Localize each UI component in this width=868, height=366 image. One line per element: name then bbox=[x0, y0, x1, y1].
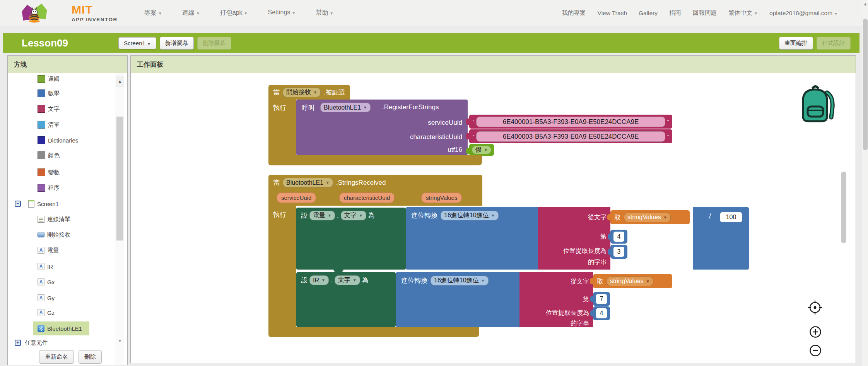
event-block-bottom-bar[interactable] bbox=[268, 155, 482, 165]
variable-dropdown[interactable]: stringValues▼ bbox=[607, 277, 653, 286]
get-string-values-block[interactable]: 取 stringValues▼ bbox=[610, 210, 690, 224]
property-dropdown[interactable]: 文字▼ bbox=[335, 275, 360, 285]
canvas-scrollbar-thumb[interactable] bbox=[841, 172, 846, 243]
param-pill[interactable]: serviceUuid bbox=[277, 192, 316, 203]
division-block-right[interactable]: / 100 bbox=[693, 207, 749, 270]
screen-selector-button[interactable]: Screen1▼ bbox=[118, 37, 156, 49]
tree-item-any-component[interactable]: + 任意元件 bbox=[8, 337, 112, 348]
menu-connect[interactable]: 連線▼ bbox=[182, 9, 200, 17]
menu-guide[interactable]: 指南 bbox=[669, 9, 681, 17]
menu-language[interactable]: 繁体中文▼ bbox=[728, 9, 758, 17]
base-convert-block[interactable]: 進位轉換 16進位轉10進位▼ bbox=[406, 207, 538, 270]
quote-close-icon: ” bbox=[667, 119, 669, 125]
palette-item-math[interactable]: 數學 bbox=[8, 88, 112, 99]
menu-account-email[interactable]: oplate2018@gmail.com▼ bbox=[769, 10, 838, 17]
event-block-strings-received[interactable]: 當 BluetoothLE1▼ .StringsReceived service… bbox=[268, 175, 482, 206]
colors-swatch-icon bbox=[38, 151, 45, 159]
page-scrollbar[interactable]: ▲ bbox=[862, 0, 868, 366]
palette-item-text[interactable]: 文字 bbox=[8, 103, 112, 114]
set-ir-text-block[interactable]: 設 IR▼ . 文字▼ 為 bbox=[296, 272, 396, 327]
collapse-icon[interactable]: − bbox=[15, 201, 21, 207]
chevron-down-icon: ▼ bbox=[330, 11, 333, 15]
logic-false-block[interactable]: 假▼ bbox=[469, 144, 494, 156]
tree-item-bluetoothle1[interactable]: BluetoothLE1 bbox=[33, 321, 89, 335]
characteristic-uuid-text-block[interactable]: “ 6E400003-B5A3-F393-E0A9-E50E24DCCA9E ” bbox=[469, 129, 672, 143]
app-inventor-logo[interactable]: MIT APP INVENTOR bbox=[17, 2, 133, 24]
palette-item-procedures[interactable]: 程序 bbox=[8, 182, 112, 193]
segment-text-block[interactable]: 從文字 第 位置提取長度為 的字串 bbox=[519, 272, 593, 327]
rename-button[interactable]: 重新命名 bbox=[39, 350, 74, 364]
menu-help[interactable]: 幫助▼ bbox=[316, 9, 333, 17]
palette-scrollbar-thumb[interactable] bbox=[116, 117, 123, 241]
label-component-icon: A bbox=[38, 309, 44, 316]
chevron-down-icon: ▼ bbox=[754, 11, 758, 15]
tree-item-gx-label[interactable]: A Gx bbox=[8, 277, 112, 287]
palette-item-lists[interactable]: 清單 bbox=[8, 119, 112, 130]
component-dropdown[interactable]: BluetoothLE1▼ bbox=[320, 103, 371, 112]
scroll-up-icon[interactable]: ▲ bbox=[862, 2, 868, 6]
chevron-down-icon: ▼ bbox=[359, 213, 363, 218]
component-dropdown[interactable]: IR▼ bbox=[309, 275, 329, 285]
service-uuid-value[interactable]: 6E400001-B5A3-F393-E0A9-E50E24DCCA9E bbox=[476, 117, 665, 127]
menu-build-apk[interactable]: 打包apk▼ bbox=[220, 9, 248, 17]
menu-projects[interactable]: 專案▼ bbox=[144, 9, 162, 17]
number-block[interactable]: 100 bbox=[717, 210, 745, 224]
variable-dropdown[interactable]: stringValues▼ bbox=[624, 213, 671, 222]
menu-report-issue[interactable]: 回報問題 bbox=[693, 9, 717, 17]
event-block-left-bar[interactable]: 執行 bbox=[268, 206, 296, 327]
event-block-bottom-bar[interactable] bbox=[268, 327, 479, 337]
tree-item-gy-label[interactable]: A Gy bbox=[8, 292, 112, 303]
logic-value-dropdown[interactable]: 假▼ bbox=[472, 146, 491, 154]
event-block-button-click[interactable]: 當 開始接收▼ .被點選 bbox=[268, 85, 350, 100]
tree-item-ir-label[interactable]: A IR bbox=[8, 261, 112, 272]
delete-button[interactable]: 刪除 bbox=[79, 350, 102, 364]
zoom-in-button[interactable] bbox=[809, 326, 822, 340]
characteristic-uuid-value[interactable]: 6E400003-B5A3-F393-E0A9-E50E24DCCA9E bbox=[476, 131, 665, 142]
tree-item-gz-label[interactable]: A Gz bbox=[8, 307, 112, 318]
component-dropdown[interactable]: 電量▼ bbox=[309, 211, 335, 220]
menu-settings[interactable]: Settings▼ bbox=[268, 9, 296, 17]
math-swatch-icon bbox=[38, 89, 45, 97]
scroll-down-icon[interactable]: ▼ bbox=[116, 335, 124, 346]
convert-mode-dropdown[interactable]: 16進位轉10進位▼ bbox=[431, 276, 489, 285]
get-string-values-block[interactable]: 取 stringValues▼ bbox=[593, 274, 672, 288]
param-pill[interactable]: characteristicUuid bbox=[339, 192, 395, 203]
blocks-canvas[interactable]: 當 開始接收▼ .被點選 執行 呼叫 BluetoothLE1▼ .Regist… bbox=[131, 73, 856, 363]
number-block[interactable]: 3 bbox=[610, 245, 627, 259]
number-block[interactable]: 4 bbox=[610, 230, 627, 244]
palette-item-logic[interactable]: 邏輯 bbox=[8, 74, 112, 84]
palette-scrollbar[interactable]: ▲ ▼ bbox=[115, 73, 124, 365]
menu-view-trash[interactable]: View Trash bbox=[598, 10, 627, 17]
expand-icon[interactable]: + bbox=[15, 340, 21, 346]
center-workspace-button[interactable] bbox=[808, 300, 822, 316]
palette-item-colors[interactable]: 顏色 bbox=[8, 150, 112, 161]
tree-item-battery-label[interactable]: A 電量 bbox=[8, 245, 112, 256]
component-dropdown[interactable]: 開始接收▼ bbox=[283, 88, 321, 97]
segment-text-block[interactable]: 從文字 第 位置提取長度為 的字串 bbox=[538, 207, 610, 270]
backpack-icon[interactable] bbox=[797, 84, 836, 127]
scroll-up-icon[interactable]: ▲ bbox=[116, 76, 124, 87]
number-block[interactable]: 4 bbox=[593, 306, 610, 320]
palette-item-variables[interactable]: 變數 bbox=[8, 167, 112, 178]
zoom-out-button[interactable] bbox=[809, 344, 822, 358]
base-convert-block[interactable]: 進位轉換 16進位轉10進位▼ bbox=[396, 272, 519, 327]
call-register-for-strings-block[interactable]: 呼叫 BluetoothLE1▼ .RegisterForStrings ser… bbox=[296, 100, 468, 155]
label-component-icon: A bbox=[38, 263, 44, 270]
tree-item-start-receive[interactable]: 開始接收 bbox=[8, 229, 112, 240]
page-scrollbar-thumb[interactable] bbox=[863, 19, 868, 150]
tree-item-screen1[interactable]: − Screen1 bbox=[8, 198, 112, 209]
palette-item-dictionaries[interactable]: Dictionaries bbox=[8, 135, 112, 146]
set-battery-text-block[interactable]: 設 電量▼ . 文字▼ 為 bbox=[296, 208, 406, 270]
component-dropdown[interactable]: BluetoothLE1▼ bbox=[283, 178, 333, 187]
menu-gallery[interactable]: Gallery bbox=[639, 10, 658, 17]
add-screen-button[interactable]: 新增螢幕 bbox=[160, 37, 194, 50]
designer-view-button[interactable]: 畫面編排 bbox=[779, 37, 813, 50]
property-dropdown[interactable]: 文字▼ bbox=[341, 211, 366, 220]
tree-item-listpicker[interactable]: 連線清單 bbox=[8, 214, 112, 225]
menu-my-projects[interactable]: 我的專案 bbox=[562, 9, 586, 17]
param-pill[interactable]: stringValues bbox=[421, 192, 462, 203]
service-uuid-text-block[interactable]: “ 6E400001-B5A3-F393-E0A9-E50E24DCCA9E ” bbox=[469, 115, 672, 129]
event-block-left-bar[interactable]: 執行 bbox=[268, 100, 296, 155]
number-block[interactable]: 7 bbox=[593, 292, 610, 306]
convert-mode-dropdown[interactable]: 16進位轉10進位▼ bbox=[441, 211, 499, 220]
